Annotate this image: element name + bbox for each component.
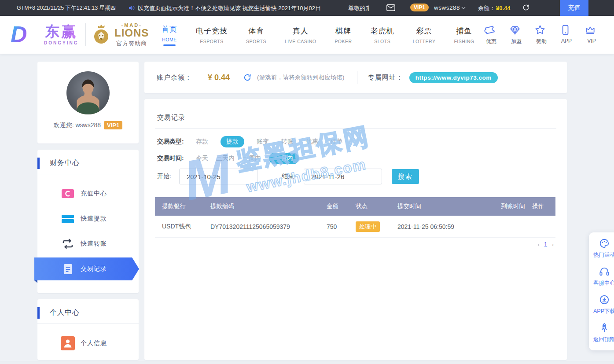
clock-text: GTM+8 2021/11/25 下午12:41:13 星期四 bbox=[17, 4, 116, 12]
sponsor-name-text: LIONS bbox=[114, 28, 149, 38]
person-icon bbox=[60, 336, 75, 350]
quick-item-label: VIP bbox=[585, 38, 599, 44]
avatar bbox=[66, 71, 110, 114]
sidebar-item-personal-info[interactable]: 个人信息 bbox=[37, 331, 139, 356]
quick-item-sponsor[interactable]: 赞助 bbox=[534, 24, 548, 45]
end-date-label: 结束: bbox=[282, 173, 296, 180]
nav-item-lottery[interactable]: 彩票 LOTTERY bbox=[404, 26, 445, 44]
nav-label-cn: 电子竞技 bbox=[196, 26, 228, 36]
sidebar-item-label: 快速转账 bbox=[81, 240, 107, 248]
cell-code: DY701320211125065059379 bbox=[207, 223, 324, 230]
nav-label-en: SLOTS bbox=[371, 39, 394, 44]
nav-item-poker[interactable]: 棋牌 POKER bbox=[325, 26, 361, 44]
transaction-records-card: 交易记录 交易类型: 存款 提款 账变 转账 优惠 催单 交易时间: 今天 三天… bbox=[144, 99, 567, 360]
sidebar-item-quick-transfer[interactable]: 快速转账 bbox=[37, 232, 139, 256]
crown-icon bbox=[585, 24, 599, 36]
sidebar-item-quick-withdraw[interactable]: 快速提款 bbox=[37, 206, 139, 231]
end-date-input[interactable] bbox=[304, 169, 382, 184]
cell-submit-time: 2021-11-25 06:50:59 bbox=[394, 223, 497, 230]
nav-label-cn: 彩票 bbox=[413, 26, 436, 36]
sidebar-item-label: 快速提款 bbox=[81, 215, 107, 223]
quick-item-label: 赞助 bbox=[534, 38, 548, 45]
table-header-row: 提款银行 提款编码 金额 状态 提交时间 到账时间 操作 bbox=[155, 197, 555, 216]
current-page[interactable]: 1 bbox=[544, 241, 548, 248]
main-navbar: D 东赢 DONGYING -MAD- LIONS 官方赞助商 首页 HOME bbox=[0, 16, 614, 54]
search-button[interactable]: 搜索 bbox=[392, 169, 419, 184]
lion-crest-icon bbox=[92, 24, 111, 47]
nav-label-en: POKER bbox=[335, 39, 352, 44]
type-option-urge[interactable]: 催单 bbox=[331, 138, 343, 146]
page-bottom-strip bbox=[0, 361, 614, 364]
active-underline bbox=[163, 44, 176, 46]
nav-item-sports[interactable]: 体育 SPORTS bbox=[237, 26, 276, 44]
type-option-deposit[interactable]: 存款 bbox=[196, 138, 208, 146]
brand-logo-d[interactable]: D bbox=[11, 22, 27, 47]
prev-page-arrow[interactable]: ‹ bbox=[538, 241, 540, 248]
quick-item-app[interactable]: APP bbox=[559, 24, 574, 45]
float-item-app-download[interactable]: APP下载 bbox=[589, 294, 614, 322]
float-toolbar: 热门活动 客服中心 APP下载 返回顶部 bbox=[589, 232, 614, 350]
next-page-arrow[interactable]: › bbox=[552, 241, 554, 248]
type-option-withdraw[interactable]: 提款 bbox=[221, 136, 244, 147]
brand-logo-text[interactable]: 东赢 DONGYING bbox=[44, 24, 78, 45]
col-header-action: 操作 bbox=[528, 202, 555, 210]
time-option-3days[interactable]: 三天内 bbox=[216, 154, 235, 162]
records-title: 交易记录 bbox=[157, 114, 185, 122]
sidebar-item-transaction-records[interactable]: 交易记录 bbox=[37, 257, 139, 281]
col-header-status: 状态 bbox=[350, 202, 394, 210]
refresh-icon[interactable] bbox=[243, 73, 252, 82]
topbar: GTM+8 2021/11/25 下午12:41:13 星期四 以充值页面提示为… bbox=[0, 0, 614, 16]
col-header-arrival-time: 到账时间 bbox=[497, 202, 528, 210]
float-item-customer-service[interactable]: 客服中心 bbox=[589, 266, 614, 294]
nav-label-cn: 棋牌 bbox=[335, 26, 352, 36]
nav-item-esports[interactable]: 电子竞技 ESPORTS bbox=[187, 26, 237, 44]
nav-item-live-casino[interactable]: 真人 LIVE CASINO bbox=[276, 26, 325, 44]
nav-label-cn: 体育 bbox=[246, 26, 266, 36]
start-date-input[interactable] bbox=[179, 169, 257, 184]
time-option-week[interactable]: 一周内 bbox=[243, 154, 261, 162]
finance-center-card: 财务中心 充值中心 快速提款 快速转账 交易记录 bbox=[37, 150, 139, 293]
exclusive-url-pill[interactable]: https://www.dyvip73.com bbox=[409, 72, 498, 83]
sponsor-logo: -MAD- LIONS 官方赞助商 bbox=[92, 22, 149, 48]
title-divider bbox=[155, 128, 556, 129]
announcement-marquee: 以充值页面提示为准！不便之处敬请见谅 祝您生活愉快 2021年10月02日尊敬的… bbox=[138, 4, 369, 12]
document-icon bbox=[60, 263, 75, 275]
col-header-bank: 提款银行 bbox=[155, 202, 207, 210]
nav-item-fishing[interactable]: 捕鱼 FISHING bbox=[445, 26, 483, 44]
nav-menu: 首页 HOME 电子竞技 ESPORTS 体育 SPORTS 真人 LIVE C… bbox=[152, 16, 484, 54]
personal-center-card: 个人中心 个人信息 bbox=[37, 299, 139, 360]
nav-item-slots[interactable]: 老虎机 SLOTS bbox=[361, 26, 404, 44]
quick-item-vip[interactable]: VIP bbox=[585, 24, 599, 45]
mail-icon[interactable] bbox=[386, 4, 395, 11]
time-option-today[interactable]: 今天 bbox=[196, 154, 208, 162]
refresh-balance-icon[interactable] bbox=[522, 4, 530, 11]
chevron-down-icon[interactable] bbox=[461, 7, 466, 10]
cell-amount: 750 bbox=[324, 223, 350, 230]
finance-section-title: 财务中心 bbox=[37, 150, 139, 174]
account-balance-card: 账户余额： ¥ 0.44 (游戏前，请将余额转到相应场馆) 专属网址： http… bbox=[144, 62, 567, 93]
vip-level-badge: VIP1 bbox=[410, 4, 429, 11]
recharge-button[interactable]: 充值 bbox=[560, 0, 588, 16]
quick-item-promos[interactable]: 优惠 bbox=[484, 24, 498, 45]
sidebar-item-label: 个人信息 bbox=[81, 339, 107, 347]
nav-item-home[interactable]: 首页 HOME bbox=[152, 24, 187, 46]
float-item-back-to-top[interactable]: 返回顶部 bbox=[589, 322, 614, 350]
sidebar-item-recharge-center[interactable]: 充值中心 bbox=[37, 181, 139, 206]
username-menu[interactable]: wsws288 bbox=[434, 4, 460, 11]
recharge-card-icon bbox=[60, 188, 75, 199]
time-option-month[interactable]: 一月内 bbox=[269, 153, 299, 164]
time-filter-label: 交易时间: bbox=[157, 154, 196, 162]
type-option-promo[interactable]: 优惠 bbox=[306, 138, 318, 146]
star-icon bbox=[534, 24, 548, 36]
account-balance-value: ¥ 0.44 bbox=[208, 73, 230, 82]
type-option-account-change[interactable]: 账变 bbox=[257, 138, 269, 146]
quick-item-label: 优惠 bbox=[484, 38, 498, 45]
active-item-fold bbox=[34, 280, 37, 283]
type-option-transfer[interactable]: 转账 bbox=[281, 138, 294, 146]
float-item-hot-activities[interactable]: 热门活动 bbox=[589, 238, 614, 266]
sidebar-item-label: 充值中心 bbox=[81, 190, 107, 198]
ticket-icon bbox=[484, 24, 498, 36]
quick-item-affiliate[interactable]: 加盟 bbox=[509, 24, 523, 45]
pagination: ‹ 1 › bbox=[538, 241, 554, 248]
col-header-submit-time: 提交时间 bbox=[394, 202, 497, 210]
